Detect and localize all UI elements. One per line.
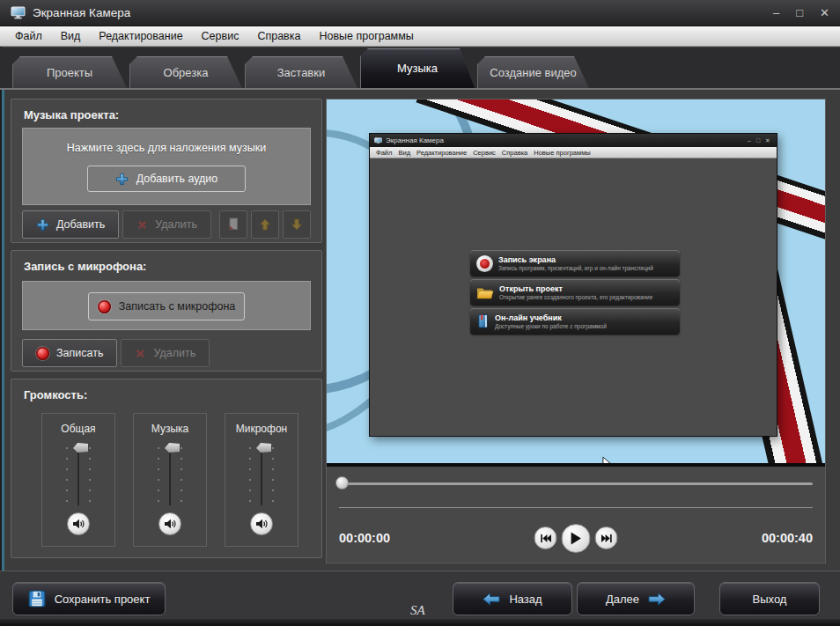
record-from-mic-button[interactable]: Записать с микрофона bbox=[88, 292, 245, 320]
move-up-button[interactable] bbox=[251, 210, 279, 239]
seek-bar[interactable] bbox=[339, 482, 813, 485]
menu-new-programs[interactable]: Новые программы bbox=[319, 30, 413, 42]
preview-title-bar: Экранная Камера – □ ✕ bbox=[370, 134, 777, 147]
mouse-cursor bbox=[602, 456, 611, 467]
music-dropzone-hint: Нажмите здесь для наложения музыки bbox=[23, 142, 310, 154]
volume-slider-track[interactable] bbox=[134, 438, 206, 509]
remove-recording-button[interactable]: Удалить bbox=[121, 339, 210, 367]
remove-music-button[interactable]: Удалить bbox=[122, 210, 211, 239]
watermark: SA bbox=[410, 603, 425, 618]
save-project-button[interactable]: Сохранить проект bbox=[12, 582, 166, 615]
arrow-left-icon bbox=[483, 593, 500, 606]
preview-window-controls: – □ ✕ bbox=[748, 137, 772, 144]
folder-icon bbox=[476, 285, 494, 300]
record-icon bbox=[36, 347, 49, 360]
skip-forward-button[interactable] bbox=[595, 527, 618, 549]
tab-trim[interactable]: Обрезка bbox=[129, 56, 242, 88]
speaker-icon bbox=[164, 518, 176, 530]
volume-heading: Громкость: bbox=[24, 388, 87, 401]
slider-thumb[interactable] bbox=[256, 443, 271, 453]
total-time: 00:00:40 bbox=[762, 531, 813, 545]
plus-icon bbox=[36, 218, 49, 232]
speaker-button[interactable] bbox=[67, 512, 90, 535]
microphone-panel: Записать с микрофона bbox=[22, 281, 311, 330]
preview-app-title: Экранная Камера bbox=[386, 136, 444, 144]
skip-back-button[interactable] bbox=[534, 527, 557, 549]
tab-create-video[interactable]: Создание видео bbox=[477, 56, 589, 88]
volume-slider-track[interactable] bbox=[225, 438, 298, 509]
app-monitor-icon bbox=[11, 6, 26, 19]
app-window: Экранная Камера – □ ✕ Файл Вид Редактиро… bbox=[0, 0, 840, 626]
next-button[interactable]: Далее bbox=[577, 582, 695, 615]
slider-label: Микрофон bbox=[225, 423, 298, 435]
speaker-button[interactable] bbox=[250, 512, 273, 535]
add-music-button[interactable]: Добавить bbox=[22, 210, 119, 239]
file-icon bbox=[227, 217, 239, 232]
seek-thumb[interactable] bbox=[335, 476, 349, 490]
menu-service[interactable]: Сервис bbox=[202, 30, 239, 42]
minimize-button[interactable]: – bbox=[773, 0, 779, 26]
back-button[interactable]: Назад bbox=[453, 582, 572, 615]
edit-file-button[interactable] bbox=[219, 210, 247, 239]
preview-online-tutorial-button: Он-лайн учебник Доступные уроки по работ… bbox=[470, 308, 680, 335]
slider-thumb[interactable] bbox=[73, 443, 88, 453]
slider-label: Музыка bbox=[134, 423, 206, 435]
preview-monitor-icon bbox=[374, 137, 382, 144]
slider-label: Общая bbox=[42, 423, 114, 435]
delete-x-icon bbox=[135, 348, 146, 359]
volume-group: Громкость: Общая Музыка bbox=[11, 379, 322, 558]
slider-thumb[interactable] bbox=[165, 443, 180, 453]
speaker-icon bbox=[72, 518, 85, 530]
move-down-button[interactable] bbox=[283, 210, 311, 239]
preview-app-window: Экранная Камера – □ ✕ Файл Вид Редактиро… bbox=[369, 133, 777, 437]
elapsed-time: 00:00:00 bbox=[339, 531, 390, 545]
menu-file[interactable]: Файл bbox=[15, 30, 42, 42]
volume-slider-general: Общая bbox=[41, 413, 115, 547]
menu-bar: Файл Вид Редактирование Сервис Справка Н… bbox=[0, 26, 840, 47]
footer-bar: Сохранить проект SA Назад Далее Выход bbox=[0, 571, 840, 626]
record-icon bbox=[98, 300, 111, 313]
volume-slider-music: Музыка bbox=[133, 413, 207, 547]
play-button[interactable] bbox=[562, 524, 591, 553]
book-icon bbox=[476, 313, 490, 329]
exit-button[interactable]: Выход bbox=[719, 582, 820, 615]
arrow-down-icon bbox=[291, 218, 303, 231]
tab-projects[interactable]: Проекты bbox=[12, 56, 127, 88]
player-divider bbox=[339, 507, 813, 508]
speaker-button[interactable] bbox=[158, 512, 181, 535]
close-button[interactable]: ✕ bbox=[820, 0, 829, 26]
app-title: Экранная Камера bbox=[33, 6, 130, 19]
tab-intros[interactable]: Заставки bbox=[245, 56, 357, 88]
preview-open-project-button: Открыть проект Открытие ранее созданного… bbox=[470, 279, 680, 306]
music-dropzone[interactable]: Нажмите здесь для наложения музыки Добав… bbox=[22, 128, 311, 205]
project-music-heading: Музыка проекта: bbox=[24, 108, 119, 122]
microphone-heading: Запись с микрофона: bbox=[24, 260, 146, 273]
skip-forward-icon bbox=[601, 534, 612, 543]
record-button[interactable]: Записать bbox=[22, 339, 117, 367]
add-audio-button[interactable]: Добавить аудио bbox=[87, 166, 246, 192]
play-icon bbox=[571, 532, 582, 545]
menu-view[interactable]: Вид bbox=[61, 30, 81, 42]
skip-back-icon bbox=[540, 534, 551, 543]
tab-music[interactable]: Музыка bbox=[360, 48, 475, 88]
preview-record-screen-button: Запись экрана Запись программ, презентац… bbox=[470, 250, 680, 276]
maximize-button[interactable]: □ bbox=[796, 0, 803, 26]
menu-edit[interactable]: Редактирование bbox=[99, 30, 182, 42]
player-controls: 00:00:00 00:00:40 bbox=[327, 467, 825, 561]
delete-x-icon bbox=[136, 219, 148, 231]
title-bar: Экранная Камера – □ ✕ bbox=[0, 0, 840, 26]
arrow-right-icon bbox=[648, 593, 666, 606]
floppy-icon bbox=[28, 590, 46, 608]
preview-client-area: Запись экрана Запись программ, презентац… bbox=[370, 158, 777, 436]
microphone-group: Запись с микрофона: Записать с микрофона… bbox=[11, 250, 322, 372]
arrow-up-icon bbox=[259, 218, 271, 231]
desktop-edge-accent bbox=[2, 81, 4, 621]
menu-help[interactable]: Справка bbox=[257, 30, 300, 42]
speaker-icon bbox=[255, 518, 268, 530]
preview-menu-bar: Файл Вид Редактирование Сервис Справка Н… bbox=[370, 147, 777, 158]
record-icon bbox=[476, 255, 493, 272]
volume-slider-track[interactable] bbox=[42, 438, 114, 509]
preview-panel: Экранная Камера – □ ✕ Файл Вид Редактиро… bbox=[326, 99, 826, 563]
plus-icon bbox=[115, 173, 129, 186]
video-preview: Экранная Камера – □ ✕ Файл Вид Редактиро… bbox=[327, 99, 825, 467]
